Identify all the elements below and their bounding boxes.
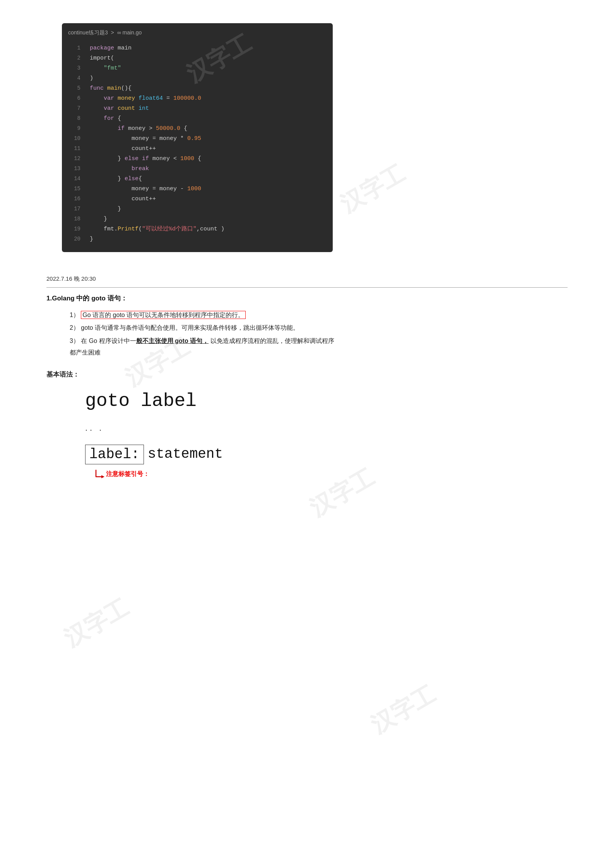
code-line: 13 break: [62, 164, 333, 174]
code-line: 5 func main(){: [62, 84, 333, 94]
section-title: 1.Golang 中的 goto 语句：: [46, 294, 568, 303]
date-line: 2022.7.16 晚 20:30: [46, 275, 568, 283]
notes-list: 1） Go 语言的 goto 语句可以无条件地转移到程序中指定的行。 2） go…: [70, 310, 568, 358]
code-lines: 1 package main 2 import( 3 "fmt" 4 ) 5 f…: [62, 40, 333, 246]
arrow-note: 注意标签引号：: [93, 468, 568, 480]
code-line: 7 var count int: [62, 104, 333, 114]
arrow-down-right-icon: [93, 468, 104, 480]
code-line: 1 package main: [62, 43, 333, 53]
note-text-after: 以免造成程序流程的混乱，使理解和调试程序: [209, 338, 334, 344]
code-line: 10 money = money * 0.95: [62, 134, 333, 144]
code-line: 9 if money > 50000.0 {: [62, 124, 333, 134]
breadcrumb: continue练习题3: [68, 29, 108, 36]
code-line: 20 }: [62, 234, 333, 244]
code-line: 11 count++: [62, 144, 333, 154]
label-box: label:: [85, 445, 144, 464]
note-num: 1）: [70, 312, 79, 318]
note-text: goto 语句通常与条件语句配合使用。可用来实现条件转移，跳出循环体等功能。: [81, 324, 299, 331]
code-line: 12 } else if money < 1000 {: [62, 154, 333, 164]
highlight-box: Go 语言的 goto 语句可以无条件地转移到程序中指定的行。: [81, 311, 246, 319]
note-text-before: 在 Go 程序设计中一: [81, 338, 136, 344]
dots-line: .. .: [85, 423, 568, 433]
note-item-2: 2） goto 语句通常与条件语句配合使用。可用来实现条件转移，跳出循环体等功能…: [70, 322, 568, 334]
note-item-1: 1） Go 语言的 goto 语句可以无条件地转移到程序中指定的行。: [70, 310, 568, 321]
code-line: 17 }: [62, 204, 333, 214]
code-line: 8 for {: [62, 114, 333, 124]
code-header: continue练习题3 > ∞ main.go: [62, 29, 333, 40]
statement-text: statement: [144, 445, 227, 464]
note-bold-text: 般不主张使用 goto 语句，: [136, 338, 209, 344]
basic-grammar-label: 基本语法：: [46, 370, 568, 379]
code-line: 14 } else{: [62, 174, 333, 184]
filename: main.go: [123, 29, 142, 36]
arrow-note-text: 注意标签引号：: [106, 470, 149, 478]
code-line: 15 money = money - 1000: [62, 184, 333, 194]
note-item-3: 3） 在 Go 程序设计中一般不主张使用 goto 语句， 以免造成程序流程的混…: [70, 335, 568, 359]
infinity-icon: ∞: [117, 29, 121, 36]
code-line: 19 fmt.Printf("可以经过%d个路口",count ): [62, 224, 333, 234]
goto-label-large: goto label: [85, 391, 568, 411]
svg-marker-0: [101, 475, 104, 478]
code-line: 4 ): [62, 73, 333, 84]
breadcrumb-arrow: >: [111, 29, 116, 36]
code-line: 16 count++: [62, 194, 333, 204]
code-line: 2 import(: [62, 53, 333, 63]
note-num: 2）: [70, 324, 79, 331]
divider: [46, 287, 568, 288]
note-num: 3）: [70, 338, 79, 344]
label-statement: label: statement: [85, 445, 568, 464]
code-visual: goto label .. . label: statement 注意标签引号：: [85, 391, 568, 480]
code-line: 6 var money float64 = 100000.0: [62, 94, 333, 104]
code-block: continue练习题3 > ∞ main.go 1 package main …: [62, 23, 333, 252]
code-line: 3 "fmt": [62, 63, 333, 73]
note-continuation: 都产生困难: [70, 349, 101, 356]
article: 2022.7.16 晚 20:30 1.Golang 中的 goto 语句： 1…: [46, 275, 568, 480]
code-line: 18 }: [62, 214, 333, 224]
